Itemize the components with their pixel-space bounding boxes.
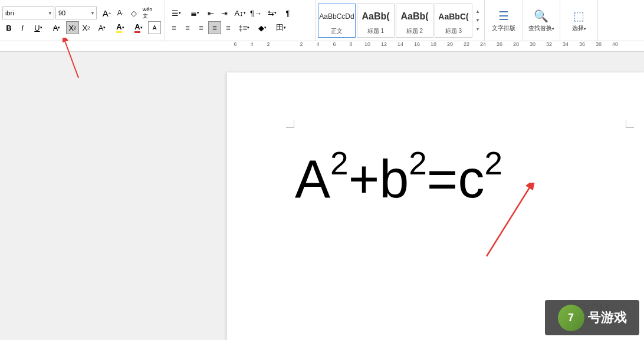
ruler-mark: 8: [343, 41, 359, 47]
styles-up-button[interactable]: ▲: [474, 9, 482, 14]
align-right-button[interactable]: ≡: [195, 21, 208, 34]
horizontal-ruler[interactable]: 642246810121416182022242628303234363840: [0, 41, 644, 52]
ruler-mark: 30: [524, 41, 541, 47]
superscript-button[interactable]: X2: [66, 21, 79, 34]
footer-logo: 7 号游戏: [545, 300, 639, 335]
decrease-font-button[interactable]: A-: [114, 6, 127, 19]
highlight-color-button[interactable]: A▾: [111, 21, 129, 34]
font-size-value: 90: [58, 9, 65, 16]
ruler-mark: [277, 41, 293, 47]
bullets-button[interactable]: ☰▾: [167, 6, 185, 19]
align-center-button[interactable]: ≡: [181, 21, 194, 34]
line-spacing-button[interactable]: ‡≡▾: [235, 21, 253, 34]
style-heading1[interactable]: AaBb( 标题 1: [357, 4, 395, 38]
style-heading2[interactable]: AaBb( 标题 2: [396, 4, 433, 38]
ruler-mark: 2: [293, 41, 310, 47]
style-heading3[interactable]: AaBbC( 标题 3: [435, 4, 472, 38]
underline-button[interactable]: U▾: [29, 21, 47, 34]
style-label: 标题 2: [406, 27, 423, 35]
justify-button[interactable]: ≡: [208, 21, 221, 34]
text-layout-button[interactable]: ☰ 文字排版: [487, 3, 520, 38]
pinyin-button[interactable]: wén文: [141, 6, 154, 19]
find-replace-label: 查找替换▾: [528, 24, 554, 32]
ruler-mark: 14: [392, 41, 409, 47]
ruler-mark: 40: [607, 41, 623, 47]
select-label: 选择▾: [572, 24, 586, 32]
tab-button[interactable]: ⇆▾: [263, 6, 281, 19]
cursor-icon: ⬚: [573, 9, 584, 23]
styles-more-button[interactable]: ▾: [474, 27, 482, 32]
style-preview: AaBb(: [400, 6, 428, 27]
style-preview: AaBb(: [362, 6, 389, 27]
style-normal[interactable]: AaBbCcDd 正文: [318, 4, 356, 38]
ruler-mark: 6: [326, 41, 343, 47]
ruler-mark: 4: [244, 41, 260, 47]
increase-font-button[interactable]: A+: [100, 6, 113, 19]
clear-format-button[interactable]: ◇: [127, 6, 140, 19]
text-layout-label: 文字排版: [492, 24, 515, 32]
ruler-mark: 32: [541, 41, 557, 47]
ruler-mark: 4: [310, 41, 326, 47]
distributed-button[interactable]: ≡: [222, 21, 235, 34]
style-label: 正文: [331, 27, 343, 35]
ruler-mark: 20: [442, 41, 458, 47]
increase-indent-button[interactable]: ⇥: [218, 6, 231, 19]
font-size-select[interactable]: 90 ▼: [55, 6, 97, 19]
subscript-button[interactable]: X2: [80, 21, 93, 34]
text-layout-icon: ☰: [498, 9, 509, 23]
select-button[interactable]: ⬚ 选择▾: [563, 3, 595, 38]
ruler-mark: 36: [574, 41, 590, 47]
ruler-mark: 28: [508, 41, 524, 47]
align-left-button[interactable]: ≡: [167, 21, 180, 34]
equation-text[interactable]: A2+b2=c2: [295, 152, 502, 206]
strikethrough-button[interactable]: A▾: [48, 21, 65, 34]
chevron-down-icon: ▼: [90, 11, 95, 16]
ruler-mark: 12: [376, 41, 392, 47]
font-name-select[interactable]: ibri ▼: [2, 6, 54, 19]
ruler-mark: 38: [590, 41, 607, 47]
style-preview: AaBbC(: [438, 6, 468, 27]
margin-corner-icon: [626, 120, 634, 128]
footer-logo-text: 号游戏: [588, 309, 627, 326]
style-label: 标题 3: [445, 27, 462, 35]
ruler-mark: 22: [458, 41, 475, 47]
styles-down-button[interactable]: ▼: [474, 18, 482, 23]
ruler-mark: 10: [359, 41, 376, 47]
italic-button[interactable]: I: [16, 21, 29, 34]
ruler-mark: 24: [475, 41, 491, 47]
ruler-mark: 26: [491, 41, 508, 47]
font-color-button[interactable]: A▾: [130, 21, 147, 34]
ruler-mark: 6: [227, 41, 244, 47]
ruler-mark: 16: [409, 41, 425, 47]
change-case-button[interactable]: A▾: [93, 21, 111, 34]
decrease-indent-button[interactable]: ⇤: [204, 6, 217, 19]
ruler-mark: 18: [425, 41, 442, 47]
font-name-value: ibri: [5, 9, 14, 16]
style-label: 标题 1: [367, 27, 384, 35]
ltr-button[interactable]: ¶→: [249, 6, 262, 19]
logo-circle-icon: 7: [558, 305, 584, 331]
shading-button[interactable]: ◆▾: [254, 21, 271, 34]
chevron-down-icon: ▼: [48, 11, 52, 16]
char-border-button[interactable]: A: [148, 21, 161, 34]
bold-button[interactable]: B: [2, 21, 15, 34]
margin-corner-icon: [286, 120, 294, 128]
show-marks-button[interactable]: ¶: [281, 6, 294, 19]
ruler-mark: 2: [260, 41, 277, 47]
find-replace-button[interactable]: 🔍 查找替换▾: [525, 3, 557, 38]
ruler-mark: 34: [557, 41, 574, 47]
borders-button[interactable]: 田▾: [272, 21, 290, 34]
numbering-button[interactable]: ≣▾: [186, 6, 203, 19]
style-preview: AaBbCcDd: [319, 6, 354, 27]
search-icon: 🔍: [534, 9, 548, 23]
text-direction-button[interactable]: A↕▾: [231, 6, 249, 19]
